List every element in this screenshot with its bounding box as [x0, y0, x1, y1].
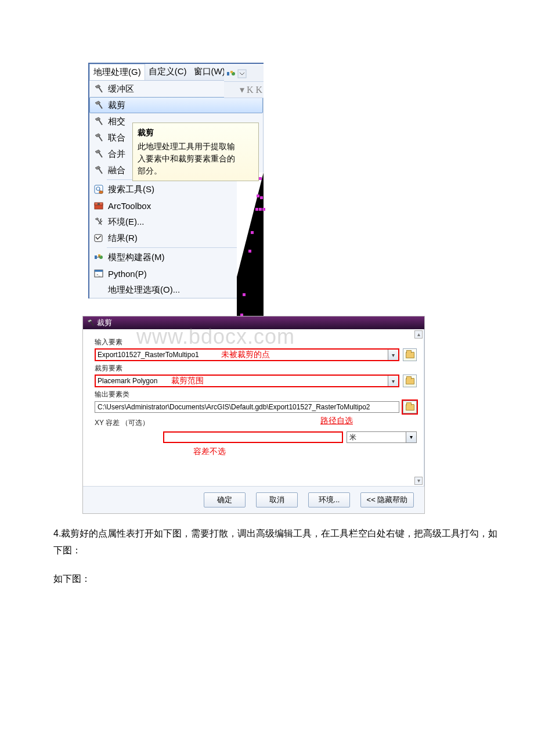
folder-icon: [406, 404, 414, 411]
menu-item-search[interactable]: 搜索工具(S): [89, 181, 263, 197]
blank-icon: [92, 284, 106, 296]
modelbuilder-icon: [92, 251, 106, 263]
scroll-down-button[interactable]: ▾: [414, 477, 423, 485]
arctoolbox-icon: [92, 200, 106, 211]
folder-icon: [406, 378, 414, 384]
menu-label: ArcToolbox: [108, 201, 151, 211]
tooltip-body-line: 此地理处理工具用于提取输: [138, 141, 254, 153]
folder-icon: [406, 352, 414, 358]
input-features-combo[interactable]: Export101527_RasterToMultipo1 未被裁剪的点 ▾: [95, 348, 399, 361]
menu-label: 裁剪: [108, 100, 125, 111]
hammer-icon: [92, 99, 106, 111]
clip-features-value: Placemark Polygon: [98, 377, 157, 385]
output-path-field[interactable]: C:\Users\Administrator\Documents\ArcGIS\…: [95, 401, 399, 413]
paragraph-caption: 如下图：: [53, 574, 91, 584]
menu-label: 缓冲区: [108, 84, 134, 95]
svg-rect-7: [95, 255, 97, 259]
input-features-value: Export101527_RasterToMultipo1: [98, 351, 199, 359]
results-icon: [92, 232, 106, 244]
label-output: 输出要素类: [95, 390, 417, 399]
clip-features-combo[interactable]: Placemark Polygon 裁剪范围 ▾: [95, 375, 399, 387]
cancel-button[interactable]: 取消: [256, 492, 298, 507]
clip-dialog: 裁剪 www.bdocx.com ▴ ▾ 输入要素 Export101527_R…: [82, 316, 425, 514]
browse-button[interactable]: [403, 401, 417, 413]
menu-separator: [107, 247, 262, 248]
search-tools-icon: [92, 183, 106, 195]
xytolerance-input[interactable]: [163, 431, 343, 443]
menu-label: 模型构建器(M): [108, 252, 165, 263]
environments-button[interactable]: 环境...: [308, 492, 350, 507]
annotation-output-path: 路径自选: [320, 416, 353, 429]
annotation-tolerance: 容差不选: [193, 447, 417, 457]
hammer-icon: [92, 164, 106, 176]
tooltip-title: 裁剪: [138, 127, 254, 139]
hammer-icon: [92, 116, 106, 127]
hammer-icon: [92, 148, 106, 160]
dialog-button-bar: 确定 取消 环境... << 隐藏帮助: [83, 486, 424, 513]
wrench-hammer-icon: [92, 216, 106, 228]
unit-select[interactable]: 米 ▾: [347, 431, 417, 443]
menu-label: 合并: [108, 149, 125, 160]
geoprocessing-dropdown: 缓冲区 裁剪 相交 联合 合并 融合 搜索工具(S) ArcTool: [89, 81, 264, 298]
ok-button[interactable]: 确定: [204, 492, 246, 507]
menu-window[interactable]: 窗口(W): [190, 64, 229, 80]
menu-label: 融合: [108, 165, 125, 176]
menu-item-buffer[interactable]: 缓冲区: [89, 81, 263, 97]
menu-customize[interactable]: 自定义(C): [145, 64, 190, 80]
label-input-features: 输入要素: [95, 337, 417, 347]
tooltip-body-line: 部分。: [138, 165, 254, 177]
browse-button[interactable]: [403, 348, 417, 361]
clip-tooltip: 裁剪 此地理处理工具用于提取输 入要素中和裁剪要素重合的 部分。: [132, 123, 259, 181]
menu-label: 地理处理选项(O)...: [108, 285, 180, 296]
dropdown-arrow-icon[interactable]: ▾: [388, 376, 398, 386]
menu-bar: 地理处理(G) 自定义(C) 窗口(W): [89, 64, 264, 81]
unit-value: 米: [349, 433, 356, 441]
menu-item-clip[interactable]: 裁剪: [89, 97, 263, 113]
hammer-icon: [86, 319, 95, 327]
hammer-icon: [92, 132, 106, 143]
hammer-icon: [92, 83, 106, 95]
hide-help-button[interactable]: << 隐藏帮助: [360, 492, 414, 507]
svg-rect-5: [98, 203, 100, 205]
menu-label: 结果(R): [108, 233, 138, 244]
tooltip-body-line: 入要素中和裁剪要素重合的: [138, 153, 254, 165]
menu-label: 搜索工具(S): [108, 184, 154, 195]
svg-rect-11: [95, 270, 103, 272]
menu-item-modelbuilder[interactable]: 模型构建器(M): [89, 249, 263, 265]
menu-item-arctoolbox[interactable]: ArcToolbox: [89, 197, 263, 214]
dialog-title: 裁剪: [97, 318, 112, 328]
label-xytolerance: XY 容差 （可选）: [95, 418, 320, 428]
svg-rect-2: [99, 191, 103, 193]
menu-item-options[interactable]: 地理处理选项(O)...: [89, 282, 263, 298]
browse-button[interactable]: [403, 375, 417, 387]
menu-label: 相交: [108, 116, 125, 127]
scroll-up-button[interactable]: ▴: [414, 330, 423, 339]
menu-geoprocessing[interactable]: 地理处理(G): [89, 64, 145, 80]
menu-label: Python(P): [108, 269, 147, 279]
dialog-titlebar: 裁剪: [83, 316, 424, 329]
dialog-body: www.bdocx.com ▴ ▾ 输入要素 Export101527_Rast…: [83, 329, 424, 486]
python-window-icon: >_: [92, 268, 106, 279]
annotation-clip: 裁剪范围: [171, 376, 204, 386]
menu-label: 联合: [108, 132, 125, 143]
menu-item-environments[interactable]: 环境(E)...: [89, 214, 263, 230]
label-clip-features: 裁剪要素: [95, 363, 417, 373]
menu-item-python[interactable]: >_ Python(P): [89, 265, 263, 282]
annotation-input: 未被裁剪的点: [221, 350, 270, 360]
menu-item-results[interactable]: 结果(R): [89, 230, 263, 246]
paragraph-step4: 4.裁剪好的点属性表打开如下图，需要打散，调出高级编辑工具，在工具栏空白处右键，…: [53, 528, 497, 555]
svg-text:>_: >_: [96, 273, 101, 276]
dropdown-arrow-icon[interactable]: ▾: [388, 350, 398, 360]
arcgis-menu-screenshot: 地理处理(G) 自定义(C) 窗口(W) 缓冲区 裁剪 相交 联合 合并 融合: [88, 63, 264, 298]
dropdown-arrow-icon[interactable]: ▾: [406, 432, 416, 442]
menu-label: 环境(E)...: [108, 217, 145, 228]
